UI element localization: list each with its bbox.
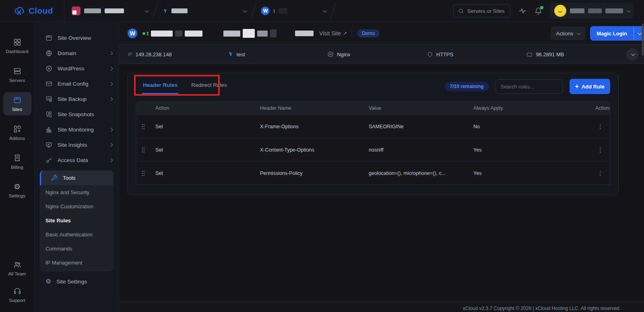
sidebar-label: WordPress [58,66,104,72]
drag-handle-icon[interactable] [136,170,151,177]
sidebar-item-access-data[interactable]: Access Data [35,153,119,167]
magic-login-button[interactable]: Magic Login [590,26,634,41]
redacted-user-name [588,8,602,13]
breadcrumb: W t [64,0,333,22]
sidebar-label: Access Data [58,157,104,163]
cell-header-name: X-Content-Type-Options [255,147,364,153]
cell-header-name: Permissions-Policy [255,170,364,176]
sidebar-label: Site Monitoring [58,127,104,133]
plus-icon: + [575,83,579,90]
notifications-bell-icon[interactable] [535,7,542,15]
add-rule-button[interactable]: + Add Rule [570,79,610,94]
activity-icon[interactable] [518,7,526,15]
cell-header-name: X-Frame-Options [255,124,364,129]
scrollbar-thumb[interactable] [642,23,644,55]
sidebar-item-tools[interactable]: Tools [40,170,114,185]
site-title: t [147,29,314,38]
rail-item-support[interactable]: Support [3,283,31,306]
tab-header-rules[interactable]: Header Rules [142,79,178,94]
submenu-item-basic-authentication[interactable]: Basic Authentication [40,228,114,242]
sidebar-label: Site Overview [58,35,112,41]
rules-search-input[interactable] [501,84,558,90]
user-menu[interactable] [550,3,634,19]
wordpress-icon: W [45,65,52,72]
rail-label: Servers [9,78,25,83]
info-web-server: Nginx [327,51,427,57]
table-row: Set X-Content-Type-Options nosniff Yes ⋮ [136,138,610,161]
global-search[interactable] [453,4,510,18]
rail-item-sites[interactable]: Sites [3,92,31,115]
row-kebab-menu-icon[interactable]: ⋮ [590,146,610,154]
main-area: W t Visit Site ↗ Demo [119,22,644,312]
info-ssl: HTTPS [427,51,527,57]
rules-search[interactable] [495,79,563,94]
info-bar-expand-button[interactable] [626,48,638,60]
sidebar-item-email-config[interactable]: Email Config [35,77,119,91]
sidebar-item-site-monitoring[interactable]: Site Monitoring [35,123,119,137]
sidebar-item-wordpress[interactable]: W WordPress [35,62,119,76]
sites-icon [13,96,21,104]
row-kebab-menu-icon[interactable]: ⋮ [590,123,610,130]
team-icon [13,261,21,269]
bar-chart-icon [45,126,52,133]
rail-item-billing[interactable]: Billing [3,150,31,173]
servers-icon [13,67,21,75]
visit-site-link[interactable]: Visit Site ↗ [319,30,347,37]
rules-tabs: Header Rules Redirect Rules [142,79,228,94]
support-headset-icon [13,287,21,295]
addons-icon [13,125,21,133]
sidebar-item-site-overview[interactable]: Site Overview [35,31,119,45]
mail-icon [45,80,52,87]
site-initial: t [147,30,149,37]
icon-rail: Dashboard Servers Sites Addons Billing [0,22,35,312]
sidebar-item-site-settings[interactable]: ⚙ Site Settings [35,275,119,288]
row-kebab-menu-icon[interactable]: ⋮ [590,170,610,177]
navbar-right [453,3,644,19]
sidebar-item-site-insights[interactable]: Site Insights [35,138,119,152]
submenu-item-commands[interactable]: Commands [40,242,114,256]
rail-item-all-team[interactable]: All Team [3,257,31,280]
breadcrumb-site-selector[interactable]: W t [254,0,333,22]
tab-redirect-rules[interactable]: Redirect Rules [190,79,228,94]
submenu-item-nginx-customization[interactable]: Nginx Customization [40,199,114,213]
column-action: Action [151,105,255,111]
sidebar-item-domain[interactable]: Domain [35,46,119,60]
chevron-right-icon [109,51,113,55]
column-header-name: Header Name [255,105,364,111]
rail-item-servers[interactable]: Servers [3,63,31,86]
rail-item-settings[interactable]: ⚙ Settings [3,179,31,202]
submenu-item-nginx-and-security[interactable]: Nginx and Security [40,185,114,199]
sidebar-item-site-backup[interactable]: Site Backup [35,92,119,106]
cell-always-apply: Yes [469,147,590,153]
magic-login-split-button: Magic Login [590,26,644,41]
redacted-user-name [570,8,584,13]
sidebar-item-site-snapshots[interactable]: Site Snapshots [35,107,119,121]
rail-label: Billing [11,165,23,170]
dashboard-icon [13,38,21,46]
breadcrumb-team-selector[interactable] [64,0,155,22]
chevron-right-icon [109,128,113,132]
rail-item-dashboard[interactable]: Dashboard [3,34,31,57]
submenu-item-site-rules[interactable]: Site Rules [40,213,114,228]
redacted-site-name [185,31,202,37]
wordpress-icon: W [261,6,270,15]
search-icon [458,8,464,14]
settings-gear-icon: ⚙ [14,183,21,191]
drag-handle-icon[interactable] [136,123,151,130]
disk-usage: 96.2891 MB [536,51,564,57]
rail-item-addons[interactable]: Addons [3,121,31,144]
wordpress-icon: W [127,28,138,39]
rules-panel: Header Rules Redirect Rules 7/10 remaini… [127,73,619,195]
sidebar-label: Site Settings [56,279,112,285]
submenu-item-ip-management[interactable]: IP Management [40,256,114,270]
rail-label: Sites [12,107,23,112]
global-search-input[interactable] [467,8,506,14]
xcloud-logo[interactable]: Cloud [0,6,64,16]
provider-name: test [237,51,245,57]
site-header: W t Visit Site ↗ Demo [119,22,644,45]
drag-handle-icon[interactable] [136,147,151,153]
table-row: Set X-Frame-Options SAMEORIGINe No ⋮ [136,115,610,138]
breadcrumb-server-selector[interactable] [155,0,253,22]
actions-dropdown[interactable]: Actions [551,27,586,40]
table-header-row: Action Header Name Value Always Apply Ac… [136,102,610,115]
